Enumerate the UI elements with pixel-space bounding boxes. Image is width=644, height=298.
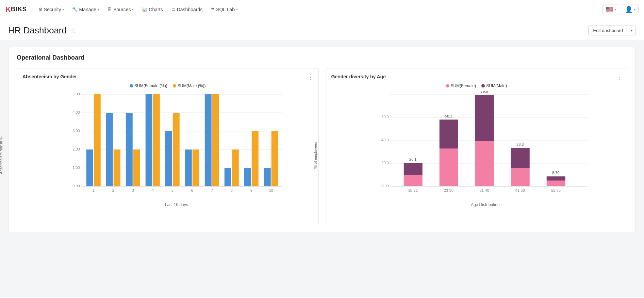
svg-rect-64 (511, 168, 529, 186)
chevron-down-icon: ▾ (62, 7, 64, 11)
flag-icon: 🇺🇸 (606, 6, 613, 13)
svg-rect-52 (403, 175, 422, 186)
charts-row: Absenteeism by Gender ⋮ SUM(Female (%)) … (17, 68, 627, 225)
chevron-down-icon: ▾ (236, 7, 238, 11)
flask-icon: ⚗ (211, 7, 215, 12)
nav-sources-label: Sources (113, 7, 131, 12)
svg-rect-61 (475, 95, 494, 141)
nav-manage-label: Manage (79, 7, 96, 12)
favorite-icon[interactable]: ☆ (70, 27, 76, 35)
svg-text:2: 2 (112, 188, 114, 192)
svg-rect-40 (264, 168, 271, 186)
chart-menu-icon[interactable]: ⋮ (308, 73, 314, 81)
main-content: Operational Dashboard Absenteeism by Gen… (0, 40, 644, 297)
svg-rect-41 (271, 131, 278, 186)
svg-text:23-30: 23-30 (444, 188, 453, 192)
svg-text:20.0: 20.0 (381, 161, 389, 165)
nav-security[interactable]: ⚙ Security ▾ (35, 5, 68, 14)
section-title: Operational Dashboard (17, 54, 627, 61)
nav-security-label: Security (44, 7, 61, 12)
dropdown-caret-icon[interactable]: ▾ (628, 26, 635, 35)
svg-rect-17 (114, 150, 120, 186)
edit-dashboard-button[interactable]: Edit dashboard ▾ (588, 26, 636, 35)
operational-dashboard-card: Operational Dashboard Absenteeism by Gen… (8, 47, 636, 232)
diversity-svg: 0.00 20.0 40.0 60.0 20.1 18-22 (349, 91, 622, 200)
absenteeism-x-label: Last 10 days (40, 202, 313, 207)
svg-rect-14 (94, 94, 101, 186)
chart-menu-right-icon[interactable]: ⋮ (616, 73, 622, 81)
svg-text:40.0: 40.0 (381, 138, 389, 142)
svg-rect-26 (173, 113, 180, 186)
svg-rect-32 (212, 94, 219, 186)
svg-rect-56 (439, 148, 458, 186)
nav-sources[interactable]: 🗄 Sources ▾ (104, 5, 137, 14)
absenteeism-legend: SUM(Female (%)) SUM(Male (%)) (22, 83, 313, 88)
nav-right: 🇺🇸 ▾ 👤 ▾ (602, 4, 639, 15)
svg-text:31-40: 31-40 (479, 188, 489, 192)
legend-male: SUM(Male (%)) (173, 83, 206, 88)
nav-sqllab-label: SQL Lab (216, 7, 235, 12)
svg-rect-65 (511, 148, 529, 168)
svg-text:8: 8 (231, 188, 233, 192)
user-menu[interactable]: 👤 ▾ (622, 4, 639, 15)
brand-k: K (5, 5, 11, 14)
legend-female: SUM(Female (%)) (130, 83, 167, 88)
absenteeism-chart-panel: Absenteeism by Gender ⋮ SUM(Female (%)) … (17, 68, 319, 225)
brand-logo[interactable]: K BIKS (5, 5, 27, 14)
svg-rect-68 (546, 181, 565, 186)
svg-rect-20 (133, 150, 140, 186)
svg-text:4.00: 4.00 (72, 110, 80, 114)
female-dot-right (446, 84, 449, 88)
brand-name: BIKS (11, 6, 27, 13)
svg-rect-31 (205, 94, 212, 186)
nav-dashboards[interactable]: 🗂 Dashboards (168, 5, 206, 14)
edit-dashboard-label[interactable]: Edit dashboard (589, 26, 628, 35)
svg-rect-23 (153, 94, 160, 186)
svg-rect-13 (86, 150, 93, 186)
chevron-down-icon: ▾ (634, 7, 635, 11)
gender-diversity-chart-panel: Gender diversity by Age ⋮ SUM(Female) SU… (326, 68, 628, 225)
svg-rect-28 (185, 150, 192, 186)
legend-female-right-label: SUM(Female) (451, 83, 476, 88)
svg-text:1.00: 1.00 (72, 166, 80, 170)
legend-male-right-label: SUM(Male) (486, 83, 507, 88)
svg-text:0.00: 0.00 (72, 184, 80, 188)
svg-text:51-60: 51-60 (551, 188, 560, 192)
language-selector[interactable]: 🇺🇸 ▾ (602, 4, 619, 15)
nav-charts[interactable]: 📊 Charts (138, 5, 166, 14)
folder-icon: 🗂 (171, 7, 176, 12)
svg-rect-22 (146, 94, 152, 186)
page-title: HR Dashboard (8, 25, 67, 36)
svg-rect-53 (403, 163, 422, 175)
svg-text:4: 4 (152, 188, 154, 192)
svg-text:79.8: 79.8 (481, 91, 488, 93)
nav-sqllab[interactable]: ⚗ SQL Lab ▾ (207, 5, 241, 14)
svg-rect-37 (244, 168, 251, 186)
svg-rect-16 (106, 113, 113, 186)
svg-text:33.3: 33.3 (516, 142, 524, 146)
svg-text:9: 9 (250, 188, 252, 192)
absenteeism-svg: 0.00 1.00 2.00 3.00 4.00 5.00 1 (40, 91, 313, 200)
svg-text:20.1: 20.1 (409, 157, 416, 161)
svg-text:5.00: 5.00 (72, 92, 80, 96)
svg-rect-25 (165, 131, 172, 186)
svg-rect-57 (439, 120, 458, 148)
svg-rect-19 (126, 113, 133, 186)
wrench-icon: 🔧 (72, 7, 78, 12)
svg-rect-69 (546, 176, 565, 181)
diversity-y-label: % of employees (313, 142, 317, 168)
legend-male-right: SUM(Male) (481, 83, 507, 88)
svg-rect-34 (225, 168, 231, 186)
svg-text:60.0: 60.0 (381, 115, 389, 119)
chevron-down-icon: ▾ (98, 7, 99, 11)
svg-rect-35 (232, 150, 239, 186)
svg-text:5: 5 (171, 188, 174, 192)
nav-dashboards-label: Dashboards (177, 7, 203, 12)
absenteeism-y-label: Absenteeism rate in % (0, 136, 3, 174)
female-dot (130, 84, 133, 88)
svg-rect-29 (193, 150, 199, 186)
svg-text:0.00: 0.00 (381, 184, 389, 188)
male-dot (173, 84, 176, 88)
nav-charts-label: Charts (149, 7, 163, 12)
nav-manage[interactable]: 🔧 Manage ▾ (69, 5, 103, 14)
